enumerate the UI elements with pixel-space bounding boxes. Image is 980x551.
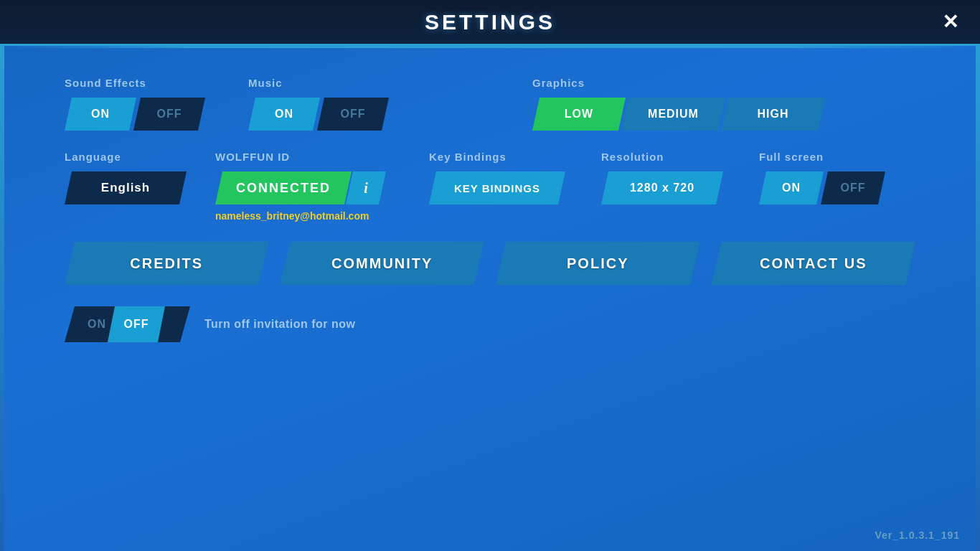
key-bindings-button[interactable]: KEY BINDINGS bbox=[429, 171, 565, 204]
page-title: SETTINGS bbox=[425, 10, 555, 34]
top-bar: SETTINGS ✕ bbox=[0, 0, 980, 46]
sound-effects-on-button[interactable]: ON bbox=[65, 98, 136, 131]
graphics-low-button[interactable]: LOW bbox=[532, 98, 626, 131]
community-button[interactable]: COMMUNITY bbox=[281, 242, 485, 285]
invitation-description: Turn off invitation for now bbox=[204, 318, 356, 331]
full-screen-toggle: ON OFF bbox=[759, 171, 885, 204]
graphics-medium-button[interactable]: MEDIUM bbox=[621, 98, 725, 131]
wolffun-info-button[interactable]: i bbox=[346, 171, 386, 204]
full-screen-on-button[interactable]: ON bbox=[759, 171, 824, 204]
graphics-high-button[interactable]: HIGH bbox=[721, 98, 825, 131]
invitation-row: ON OFF Turn off invitation for now bbox=[65, 306, 915, 342]
music-off-button[interactable]: OFF bbox=[317, 98, 389, 131]
wolffun-connected-button[interactable]: CONNECTED bbox=[215, 171, 352, 204]
sound-effects-off-button[interactable]: OFF bbox=[133, 98, 205, 131]
resolution-label: Resolution bbox=[601, 151, 664, 163]
graphics-label: Graphics bbox=[532, 77, 585, 89]
bottom-buttons-row: CREDITS COMMUNITY POLICY CONTACT US bbox=[65, 242, 915, 285]
music-on-button[interactable]: ON bbox=[248, 98, 320, 131]
music-group: Music ON OFF bbox=[248, 77, 389, 131]
invitation-on-button[interactable]: ON bbox=[65, 306, 115, 342]
key-bindings-label: Key Bindings bbox=[429, 151, 507, 163]
graphics-group: Graphics LOW MEDIUM HIGH bbox=[532, 77, 825, 131]
accent-left bbox=[0, 46, 4, 551]
key-bindings-group: Key Bindings KEY BINDINGS bbox=[429, 151, 565, 204]
wolffun-id-group: WOLFFUN ID CONNECTED i nameless_britney@… bbox=[215, 151, 386, 222]
version-label: Ver_1.0.3.1_191 bbox=[875, 529, 960, 541]
sound-effects-group: Sound Effects ON OFF bbox=[65, 77, 205, 131]
close-button[interactable]: ✕ bbox=[934, 6, 966, 38]
credits-button[interactable]: CREDITS bbox=[65, 242, 269, 285]
full-screen-off-button[interactable]: OFF bbox=[821, 171, 885, 204]
settings-content: Sound Effects ON OFF Music ON OFF Graphi… bbox=[0, 48, 980, 357]
row-lang-wolffun: Language English WOLFFUN ID CONNECTED i … bbox=[65, 151, 915, 222]
wolffun-email: nameless_britney@hotmail.com bbox=[215, 210, 369, 222]
invitation-toggle: ON OFF bbox=[65, 306, 190, 342]
full-screen-group: Full screen ON OFF bbox=[759, 151, 885, 204]
invitation-off-button[interactable]: OFF bbox=[108, 306, 165, 342]
full-screen-label: Full screen bbox=[759, 151, 824, 163]
sound-effects-label: Sound Effects bbox=[65, 77, 146, 89]
wolffun-id-row: CONNECTED i bbox=[215, 171, 386, 204]
accent-right bbox=[976, 46, 980, 551]
music-toggle: ON OFF bbox=[248, 98, 389, 131]
settings-screen: SETTINGS ✕ Sound Effects ON OFF Music ON bbox=[0, 0, 980, 551]
contact-us-button[interactable]: CONTACT US bbox=[712, 242, 916, 285]
policy-button[interactable]: POLICY bbox=[496, 242, 700, 285]
wolffun-id-label: WOLFFUN ID bbox=[215, 151, 290, 163]
sound-effects-toggle: ON OFF bbox=[65, 98, 205, 131]
row-audio-graphics: Sound Effects ON OFF Music ON OFF Graphi… bbox=[65, 77, 915, 131]
language-button[interactable]: English bbox=[65, 171, 187, 204]
language-group: Language English bbox=[65, 151, 187, 204]
language-label: Language bbox=[65, 151, 121, 163]
resolution-button[interactable]: 1280 x 720 bbox=[601, 171, 723, 204]
graphics-toggle: LOW MEDIUM HIGH bbox=[532, 98, 825, 131]
music-label: Music bbox=[248, 77, 283, 89]
resolution-group: Resolution 1280 x 720 bbox=[601, 151, 723, 204]
